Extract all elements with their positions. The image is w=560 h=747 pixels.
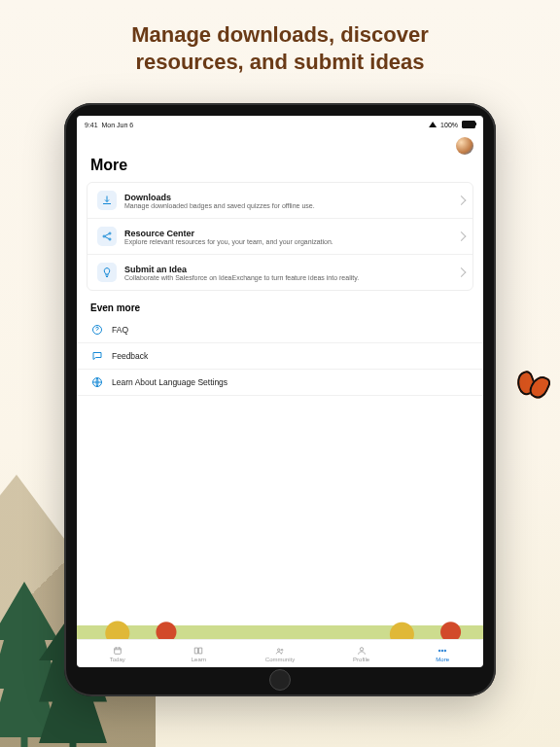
status-bar: 9:41 Mon Jun 6 100% xyxy=(77,116,483,133)
lightbulb-icon xyxy=(97,263,117,282)
tab-profile[interactable]: Profile xyxy=(321,640,402,667)
row-downloads[interactable]: DownloadsManage downloaded badges and sa… xyxy=(88,183,472,219)
svg-point-10 xyxy=(441,650,443,652)
chevron-right-icon xyxy=(457,231,467,241)
tab-more[interactable]: More xyxy=(402,640,483,667)
chat-icon xyxy=(90,349,104,363)
svg-point-0 xyxy=(103,235,105,237)
tab-today[interactable]: Today xyxy=(77,640,158,667)
chevron-right-icon xyxy=(457,196,467,205)
row-feedback[interactable]: Feedback xyxy=(77,343,483,370)
screen: 9:41 Mon Jun 6 100% More DownloadsManage… xyxy=(77,116,483,667)
chevron-right-icon xyxy=(457,267,467,277)
svg-rect-5 xyxy=(114,648,121,654)
question-icon xyxy=(90,323,104,337)
svg-point-9 xyxy=(438,650,440,652)
wifi-icon xyxy=(429,122,437,127)
butterfly-icon xyxy=(515,370,554,409)
row-submit-idea[interactable]: Submit an IdeaCollaborate with Salesforc… xyxy=(88,255,472,290)
avatar[interactable] xyxy=(456,137,473,155)
tab-bar: Today Learn Community Profile More xyxy=(77,639,483,667)
svg-point-2 xyxy=(109,238,111,240)
content-spacer xyxy=(77,396,483,639)
even-more-label: Even more xyxy=(77,297,483,317)
svg-point-6 xyxy=(277,648,280,651)
home-button[interactable] xyxy=(269,669,291,691)
row-resource-center[interactable]: Resource CenterExplore relevant resource… xyxy=(88,219,472,255)
battery-icon xyxy=(462,121,475,128)
primary-list: DownloadsManage downloaded badges and sa… xyxy=(87,182,473,291)
svg-point-1 xyxy=(109,232,111,234)
tab-learn[interactable]: Learn xyxy=(158,640,240,667)
globe-icon xyxy=(90,375,104,389)
ipad-frame: 9:41 Mon Jun 6 100% More DownloadsManage… xyxy=(64,103,496,696)
row-faq[interactable]: FAQ xyxy=(77,317,483,343)
secondary-list: FAQ Feedback Learn About Language Settin… xyxy=(77,317,483,396)
svg-point-7 xyxy=(281,649,283,651)
svg-point-8 xyxy=(360,647,363,650)
page-title: More xyxy=(77,155,483,182)
svg-point-11 xyxy=(444,650,446,652)
promo-headline: Manage downloads, discover resources, an… xyxy=(0,21,560,75)
download-icon xyxy=(97,191,117,210)
row-language[interactable]: Learn About Language Settings xyxy=(77,370,483,396)
share-nodes-icon xyxy=(97,227,117,246)
decorative-flowers xyxy=(77,581,483,639)
tab-community[interactable]: Community xyxy=(239,640,321,667)
